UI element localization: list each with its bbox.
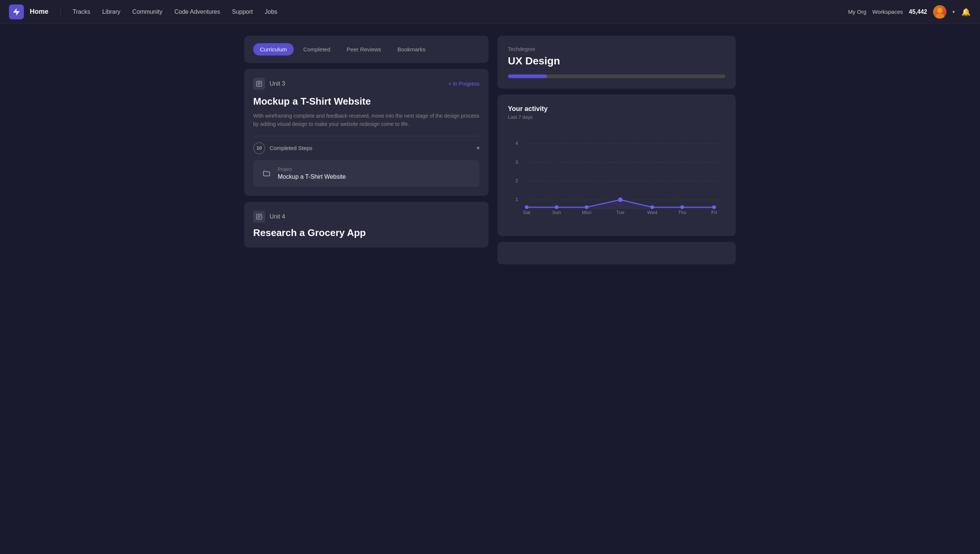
steps-count-circle: 10 xyxy=(253,142,265,154)
unit3-label: Unit 3 xyxy=(270,80,285,87)
chart-svg: 4 3 2 1 Sat Sun Mon Tue Wed Thu xyxy=(508,129,725,226)
chart-point-thu xyxy=(680,205,684,209)
nav-support[interactable]: Support xyxy=(232,9,253,15)
in-progress-badge: + In Progress xyxy=(448,81,480,87)
unit4-label: Unit 4 xyxy=(270,213,285,220)
activity-card: Your activity Last 7 days 4 3 2 1 Sat xyxy=(498,95,736,236)
tabs-card: Curriculum Completed Peer Reviews Bookma… xyxy=(244,36,488,63)
tab-bookmarks[interactable]: Bookmarks xyxy=(391,43,432,56)
nav-workspaces[interactable]: Workspaces xyxy=(872,9,903,15)
chart-point-sat xyxy=(525,205,528,209)
tab-curriculum[interactable]: Curriculum xyxy=(253,43,294,56)
unit3-title-row: Unit 3 xyxy=(253,78,285,90)
svg-text:Sun: Sun xyxy=(552,210,561,215)
nav-home[interactable]: Home xyxy=(30,8,61,16)
nav-code-adventures[interactable]: Code Adventures xyxy=(174,9,220,15)
nav-points: 45,442 xyxy=(909,9,927,15)
chevron-down-icon[interactable]: ▾ xyxy=(953,9,955,14)
nav-jobs[interactable]: Jobs xyxy=(265,9,277,15)
project-name: Mockup a T-Shirt Website xyxy=(278,174,346,180)
logo[interactable] xyxy=(9,5,24,19)
svg-text:3: 3 xyxy=(515,159,518,165)
svg-text:4: 4 xyxy=(515,140,518,146)
unit3-card: Unit 3 + In Progress Mockup a T-Shirt We… xyxy=(244,69,488,196)
nav-links: Tracks Library Community Code Adventures… xyxy=(73,9,848,15)
nav-tracks[interactable]: Tracks xyxy=(73,9,90,15)
progress-bar xyxy=(508,75,725,78)
navbar: Home Tracks Library Community Code Adven… xyxy=(0,0,980,24)
unit4-icon xyxy=(253,211,265,223)
unit4-title-row: Unit 4 xyxy=(253,211,480,223)
chart-point-fri xyxy=(712,205,716,209)
completed-steps-row[interactable]: 10 Completed Steps ▾ xyxy=(253,136,480,160)
left-panel: Curriculum Completed Peer Reviews Bookma… xyxy=(244,36,488,264)
techdegree-label: Techdegree xyxy=(508,46,725,52)
unit4-card: Unit 4 Research a Grocery App xyxy=(244,202,488,248)
project-label: Project xyxy=(278,167,346,172)
chart-point-mon xyxy=(585,205,588,209)
activity-chart: 4 3 2 1 Sat Sun Mon Tue Wed Thu xyxy=(508,129,725,226)
main-container: Curriculum Completed Peer Reviews Bookma… xyxy=(229,24,751,276)
tab-peer-reviews[interactable]: Peer Reviews xyxy=(340,43,388,56)
svg-text:1: 1 xyxy=(515,197,518,202)
activity-subtitle: Last 7 days xyxy=(508,114,725,120)
bottom-card xyxy=(498,242,736,264)
chart-point-tue xyxy=(618,197,622,202)
notification-bell-icon[interactable]: 🔔 xyxy=(961,7,971,17)
svg-text:Sat: Sat xyxy=(523,210,531,215)
tab-completed[interactable]: Completed xyxy=(297,43,337,56)
svg-text:Mon: Mon xyxy=(582,210,591,215)
right-panel: Techdegree UX Design Your activity Last … xyxy=(498,36,736,264)
chart-point-sun xyxy=(555,205,558,209)
unit3-header: Unit 3 + In Progress xyxy=(253,78,480,90)
techdegree-title: UX Design xyxy=(508,55,725,67)
unit3-desc: With wireframing complete and feedback r… xyxy=(253,112,480,129)
svg-text:Thu: Thu xyxy=(678,210,687,215)
nav-library[interactable]: Library xyxy=(102,9,120,15)
nav-right: My Org Workspaces 45,442 ▾ 🔔 xyxy=(848,5,971,19)
activity-title: Your activity xyxy=(508,105,725,113)
project-folder-icon xyxy=(261,167,272,180)
unit4-name: Research a Grocery App xyxy=(253,227,480,239)
project-row[interactable]: Project Mockup a T-Shirt Website xyxy=(253,160,480,187)
completed-steps-label: Completed Steps xyxy=(270,145,312,151)
svg-point-0 xyxy=(937,8,942,13)
nav-org[interactable]: My Org xyxy=(848,9,866,15)
techdegree-card: Techdegree UX Design xyxy=(498,36,736,89)
unit3-icon xyxy=(253,78,265,90)
svg-point-1 xyxy=(935,13,944,19)
svg-text:Fri: Fri xyxy=(711,210,717,215)
svg-text:Tue: Tue xyxy=(616,210,624,215)
nav-community[interactable]: Community xyxy=(132,9,162,15)
svg-text:Wed: Wed xyxy=(647,210,657,215)
unit3-name: Mockup a T-Shirt Website xyxy=(253,96,480,107)
avatar[interactable] xyxy=(933,5,947,19)
steps-chevron-icon[interactable]: ▾ xyxy=(477,145,480,151)
completed-steps-left: 10 Completed Steps xyxy=(253,142,312,154)
progress-bar-fill xyxy=(508,75,547,78)
project-info: Project Mockup a T-Shirt Website xyxy=(278,167,346,180)
chart-point-wed xyxy=(651,205,654,209)
svg-text:2: 2 xyxy=(515,178,518,183)
